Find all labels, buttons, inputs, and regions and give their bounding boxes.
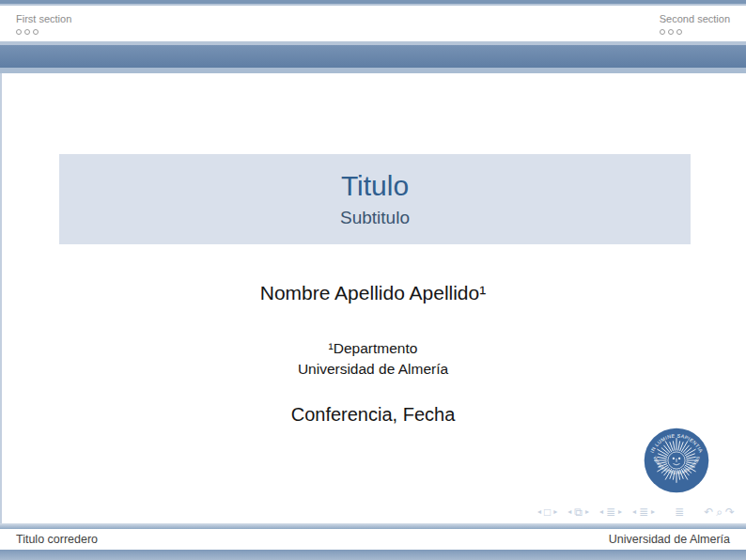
title-block: Titulo Subtitulo: [59, 154, 691, 244]
institute-block: ¹Departmento Universidad de Almería: [0, 338, 746, 380]
footer-university-name: Universidad de Almería: [609, 533, 730, 546]
frame-icon[interactable]: □: [544, 506, 551, 519]
appendix-icon[interactable]: ≣: [675, 506, 684, 519]
prev-subsection-arrow-icon[interactable]: ◂: [599, 506, 603, 519]
section-icon[interactable]: ≣: [639, 506, 648, 519]
slide-subtitle: Subtitulo: [340, 208, 410, 227]
back-icon[interactable]: ↶: [704, 506, 713, 519]
nav-symbols: ◂□▸◂⧉▸◂≣▸◂≣▸≣↶⌕↷: [537, 505, 735, 520]
next-overlay-arrow-icon[interactable]: ▸: [585, 506, 589, 519]
footer-band: Titulo corredero Universidad de Almería: [0, 529, 746, 550]
seal-face-eye: [678, 458, 680, 459]
prev-frame-arrow-icon[interactable]: ◂: [537, 506, 541, 519]
frame-bullet-icon[interactable]: [668, 29, 674, 35]
institute-department: ¹Departmento: [0, 338, 746, 359]
subsection-icon[interactable]: ≣: [606, 506, 615, 519]
universidad-de-almeria-seal-logo: IN LUMINE SAPIENTIA VNIVERSITAS ALMERIEN…: [644, 428, 709, 493]
prev-section-arrow-icon[interactable]: ◂: [632, 506, 636, 519]
beamer-title-slide: First section Second section Titulo Subt…: [0, 0, 746, 560]
prev-overlay-arrow-icon[interactable]: ◂: [567, 506, 571, 519]
frame-bullet-icon[interactable]: [16, 29, 22, 35]
footer-bottom-bar: [0, 550, 746, 560]
institute-university: Universidad de Almería: [0, 359, 746, 380]
sidebar-item-first-section[interactable]: First section: [16, 13, 71, 35]
header-band: First section Second section: [0, 6, 746, 41]
frame-bullets: [660, 29, 730, 35]
sidebar-item-second-section[interactable]: Second section: [660, 13, 730, 35]
next-frame-arrow-icon[interactable]: ▸: [553, 506, 557, 519]
slide-left-edge: [0, 0, 2, 560]
section-label[interactable]: First section: [16, 13, 71, 25]
section-label[interactable]: Second section: [660, 13, 730, 25]
footer-slide-title: Titulo corredero: [16, 533, 98, 546]
overlay-icon[interactable]: ⧉: [574, 506, 583, 519]
conference-date: Conferencia, Fecha: [0, 404, 746, 426]
forward-icon[interactable]: ↷: [725, 506, 735, 519]
search-icon[interactable]: ⌕: [716, 506, 723, 519]
seal-face-eye: [673, 458, 675, 459]
frame-bullet-icon[interactable]: [33, 29, 39, 35]
next-subsection-arrow-icon[interactable]: ▸: [618, 506, 622, 519]
next-section-arrow-icon[interactable]: ▸: [651, 506, 655, 519]
frame-bullet-icon[interactable]: [660, 29, 665, 35]
slide-title: Titulo: [341, 171, 409, 201]
header-main-bar: [0, 45, 746, 68]
frame-bullet-icon[interactable]: [676, 29, 682, 35]
frame-bullets: [16, 29, 71, 35]
author-name: Nombre Apellido Apellido¹: [0, 282, 746, 304]
header-lower-strip: [0, 68, 746, 73]
frame-bullet-icon[interactable]: [24, 29, 30, 35]
